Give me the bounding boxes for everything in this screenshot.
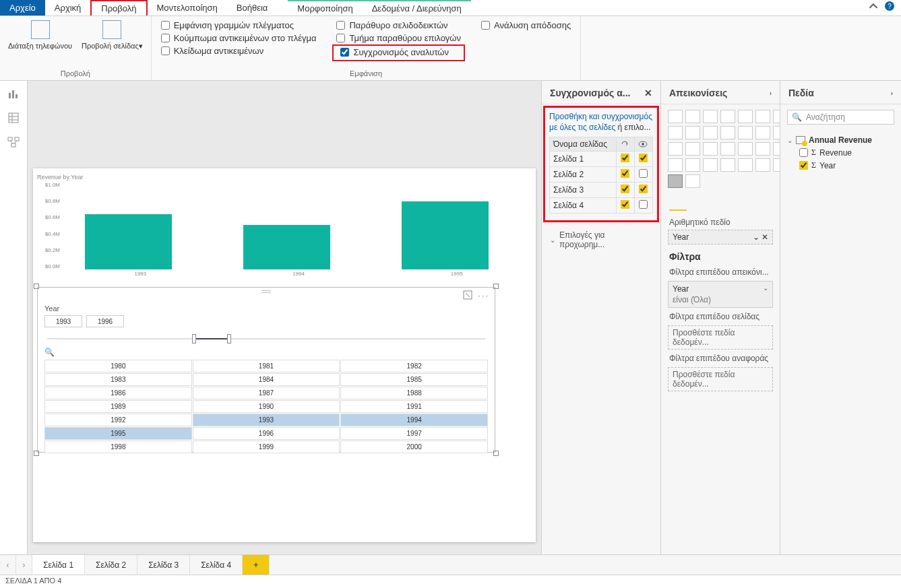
lock-checkbox[interactable]: Κλείδωμα αντικειμένων	[157, 44, 321, 57]
sync-checkbox[interactable]	[621, 169, 629, 178]
page-tab[interactable]: Σελίδα 4	[190, 555, 243, 575]
help-icon[interactable]: ?	[885, 1, 894, 11]
year-cell[interactable]: 1996	[193, 427, 340, 440]
field-item[interactable]: Σ Year	[787, 159, 894, 172]
year-cell[interactable]: 1987	[193, 387, 340, 399]
sync-checkbox[interactable]	[621, 185, 629, 193]
visualization-type-icon[interactable]	[720, 126, 735, 139]
sync-checkbox[interactable]	[621, 200, 629, 209]
year-cell[interactable]: 1999	[193, 440, 340, 453]
focus-mode-icon[interactable]	[463, 290, 472, 300]
table-node[interactable]: ⌄ Annual Revenue	[787, 134, 894, 146]
field-checkbox[interactable]	[799, 148, 808, 157]
visualization-type-icon[interactable]	[738, 126, 753, 139]
add-page-button[interactable]: +	[243, 555, 270, 575]
tab-file[interactable]: Αρχείο	[0, 0, 45, 15]
tab-format[interactable]: Μορφοποίηση	[288, 0, 362, 15]
visualization-type-icon[interactable]	[668, 158, 683, 172]
year-cell[interactable]: 1993	[193, 414, 340, 426]
visualization-type-icon[interactable]	[668, 126, 683, 139]
year-cell[interactable]: 1982	[340, 360, 488, 372]
visualization-type-icon[interactable]	[755, 126, 770, 139]
snap-checkbox[interactable]: Κούμπωμα αντικειμένων στο πλέγμα	[157, 32, 321, 44]
year-cell[interactable]: 1997	[340, 427, 488, 440]
page-next-button[interactable]: ›	[16, 555, 32, 575]
visualization-type-icon[interactable]	[685, 158, 700, 172]
year-cell[interactable]: 1988	[340, 387, 488, 399]
slider-thumb-right[interactable]	[227, 334, 231, 344]
year-cell[interactable]: 1980	[44, 360, 192, 372]
slicer-slider[interactable]	[47, 333, 485, 345]
page-tab[interactable]: Σελίδα 3	[137, 555, 190, 575]
tab-modeling[interactable]: Μοντελοποίηση	[148, 0, 227, 15]
year-cell[interactable]: 2000	[340, 440, 488, 453]
filter-report-add[interactable]: Προσθέστε πεδία δεδομέν...	[668, 367, 773, 391]
tab-view[interactable]: Προβολή	[90, 0, 147, 15]
visible-checkbox[interactable]	[639, 154, 648, 162]
year-cell[interactable]: 1990	[193, 400, 340, 413]
visualization-type-icon[interactable]	[703, 126, 718, 139]
page-tab[interactable]: Σελίδα 1	[32, 555, 85, 575]
performance-checkbox[interactable]: Ανάλυση απόδοσης	[477, 19, 575, 32]
visualization-type-icon[interactable]	[755, 158, 770, 172]
visible-checkbox[interactable]	[639, 169, 648, 178]
visualization-type-icon[interactable]	[703, 142, 718, 156]
sync-checkbox[interactable]	[621, 154, 629, 162]
fields-search-input[interactable]: 🔍 Αναζήτηση	[787, 110, 894, 125]
visualization-type-icon[interactable]	[755, 142, 770, 156]
field-well-remove-icon[interactable]: ⌄ ✕	[753, 232, 768, 242]
year-cell[interactable]: 1995	[44, 427, 192, 440]
visible-checkbox[interactable]	[639, 200, 648, 209]
tab-data-explore[interactable]: Δεδομένα / Διερεύνηση	[363, 0, 471, 15]
phone-layout-button[interactable]: Διάταξη τηλεφώνου	[5, 19, 75, 52]
chart-bar[interactable]	[402, 201, 489, 269]
visualization-type-icon[interactable]	[685, 142, 700, 156]
gridlines-checkbox[interactable]: Εμφάνιση γραμμών πλέγματος	[157, 19, 321, 32]
collapse-ribbon-icon[interactable]	[869, 1, 878, 11]
chart-bar[interactable]	[85, 214, 172, 269]
year-cell[interactable]: 1991	[340, 400, 488, 413]
year-cell[interactable]: 1998	[44, 440, 192, 453]
page-prev-button[interactable]: ‹	[0, 555, 16, 575]
visualization-type-icon[interactable]	[685, 174, 700, 188]
more-options-icon[interactable]: ···	[478, 290, 489, 300]
slicer-from-input[interactable]: 1993	[44, 315, 82, 327]
report-view-icon[interactable]	[7, 88, 20, 100]
year-cell[interactable]: 1983	[44, 373, 192, 386]
numeric-field-well[interactable]: Year ⌄ ✕	[668, 230, 773, 244]
filter-year-card[interactable]: Year⌄ είναι (Όλα)	[668, 281, 773, 308]
tab-home[interactable]: Αρχική	[45, 0, 91, 15]
close-icon[interactable]: ✕	[644, 88, 652, 98]
analytics-mode-icon[interactable]	[723, 196, 741, 211]
slider-thumb-left[interactable]	[192, 334, 196, 344]
visualization-type-icon[interactable]	[685, 110, 700, 123]
year-cell[interactable]: 1985	[340, 373, 488, 386]
visualization-type-icon[interactable]	[703, 110, 718, 123]
page-view-button[interactable]: Προβολή σελίδας▾	[79, 19, 146, 52]
sync-advanced-toggle[interactable]: ⌄ Επιλογές για προχωρημ...	[542, 224, 660, 256]
slicer-to-input[interactable]: 1996	[86, 315, 124, 327]
year-cell[interactable]: 1994	[340, 414, 488, 426]
drag-handle-icon[interactable]	[261, 290, 271, 293]
data-view-icon[interactable]	[7, 112, 20, 124]
tab-help[interactable]: Βοήθεια	[227, 0, 278, 15]
chart-bar[interactable]	[243, 225, 330, 269]
selection-checkbox[interactable]: Τμήμα παραθύρου επιλογών	[332, 32, 465, 44]
year-cell[interactable]: 1989	[44, 400, 192, 413]
visualization-type-icon[interactable]	[668, 110, 683, 123]
visualization-type-icon[interactable]	[720, 158, 735, 172]
visualization-type-icon[interactable]	[720, 110, 735, 123]
year-cell[interactable]: 1992	[44, 414, 192, 426]
bookmarks-checkbox[interactable]: Παράθυρο σελιδοδεικτών	[332, 19, 465, 32]
year-slicer[interactable]: ··· Year 1993 1996 🔍 1980198119821983198…	[37, 287, 495, 453]
visualization-type-icon[interactable]	[720, 142, 735, 156]
slicer-search-icon[interactable]: 🔍	[38, 346, 495, 358]
year-cell[interactable]: 1981	[193, 360, 340, 372]
visualization-type-icon[interactable]	[738, 110, 753, 123]
report-canvas[interactable]: Revenue by Year $1.0M $0.8M $0.6M $0.4M …	[28, 81, 541, 554]
visualization-type-icon[interactable]	[685, 126, 700, 139]
filter-page-add[interactable]: Προσθέστε πεδία δεδομέν...	[668, 325, 773, 350]
year-cell[interactable]: 1986	[44, 387, 192, 399]
visualization-type-icon[interactable]	[755, 110, 770, 123]
visible-checkbox[interactable]	[639, 185, 648, 193]
